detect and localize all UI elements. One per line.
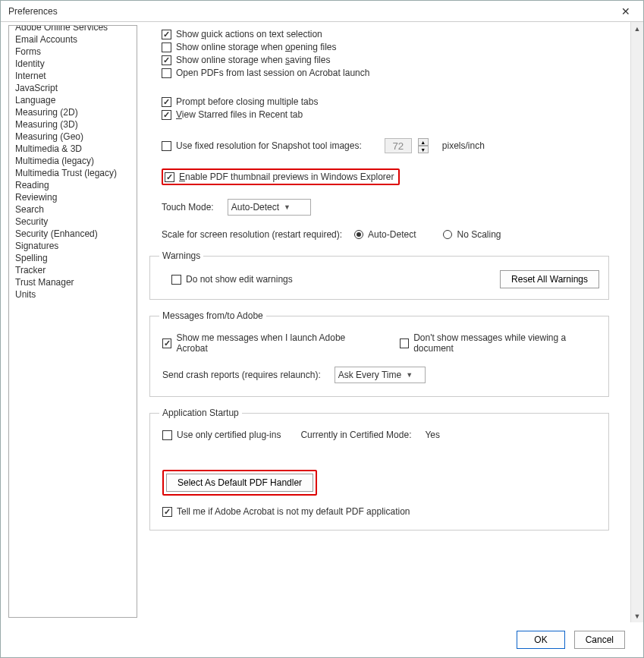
- scroll-down-icon[interactable]: ▼: [631, 609, 643, 622]
- storage-save-check[interactable]: [162, 55, 171, 65]
- show-launch-label[interactable]: Show me messages when I launch Adobe Acr…: [176, 332, 369, 354]
- tell-default-label[interactable]: Tell me if Adobe Acrobat is not my defau…: [177, 506, 410, 517]
- chevron-down-icon: ▼: [406, 371, 413, 379]
- sidebar-item[interactable]: Internet: [9, 70, 137, 82]
- storage-open-check[interactable]: [162, 43, 171, 52]
- crash-select[interactable]: Ask Every Time ▼: [335, 367, 426, 383]
- snapshot-unit: pixels/inch: [442, 140, 485, 151]
- touch-mode-label: Touch Mode:: [162, 202, 214, 213]
- cancel-button[interactable]: Cancel: [574, 631, 625, 649]
- certified-plugins-label[interactable]: Use only certified plug-ins: [177, 430, 281, 440]
- vertical-scrollbar[interactable]: ▲ ▼: [630, 22, 643, 622]
- sidebar-item[interactable]: Multimedia & 3D: [9, 143, 137, 155]
- category-sidebar[interactable]: Adobe Online ServicesEmail AccountsForms…: [8, 25, 137, 618]
- cert-mode-label: Currently in Certified Mode:: [300, 430, 411, 440]
- scale-auto-radio[interactable]: [354, 230, 363, 239]
- open-last-label[interactable]: Open PDFs from last session on Acrobat l…: [176, 68, 369, 78]
- sidebar-item[interactable]: Language: [9, 94, 137, 106]
- no-edit-warnings-label[interactable]: Do not show edit warnings: [186, 274, 293, 285]
- tell-default-check[interactable]: [162, 507, 172, 517]
- content-panel: Show quick actions on text selection Sho…: [142, 22, 630, 622]
- spinner-down-icon[interactable]: ▼: [418, 146, 429, 153]
- window-title: Preferences: [8, 6, 58, 17]
- prompt-close-label[interactable]: Prompt before closing multiple tabs: [176, 96, 318, 107]
- messages-legend: Messages from/to Adobe: [159, 310, 266, 321]
- snapshot-label[interactable]: Use fixed resolution for Snapshot tool i…: [176, 140, 362, 151]
- sidebar-item[interactable]: Forms: [9, 46, 137, 58]
- storage-open-label[interactable]: Show online storage when opening files: [176, 42, 337, 52]
- dialog-body: Adobe Online ServicesEmail AccountsForms…: [1, 22, 643, 622]
- sidebar-item[interactable]: Measuring (Geo): [9, 131, 137, 143]
- sidebar-item[interactable]: Security (Enhanced): [9, 228, 137, 240]
- ok-button[interactable]: OK: [517, 631, 564, 649]
- default-handler-highlight: Select As Default PDF Handler: [162, 470, 317, 496]
- sidebar-item[interactable]: Trust Manager: [9, 276, 137, 288]
- sidebar-item[interactable]: Security: [9, 216, 137, 228]
- scale-none-radio[interactable]: [443, 230, 452, 239]
- sidebar-item[interactable]: Spelling: [9, 252, 137, 264]
- scale-label: Scale for screen resolution (restart req…: [162, 229, 342, 240]
- sidebar-item[interactable]: Reading: [9, 179, 137, 191]
- prompt-close-check[interactable]: [162, 97, 171, 107]
- sidebar-item[interactable]: Measuring (2D): [9, 106, 137, 118]
- warnings-legend: Warnings: [159, 250, 203, 261]
- sidebar-item[interactable]: Measuring (3D): [9, 118, 137, 131]
- snapshot-check[interactable]: [162, 141, 171, 151]
- reset-warnings-button[interactable]: Reset All Warnings: [500, 270, 599, 288]
- show-launch-check[interactable]: [162, 338, 171, 348]
- dont-show-view-label[interactable]: Don't show messages while viewing a docu…: [413, 332, 599, 354]
- preferences-dialog: Preferences ✕ Adobe Online ServicesEmail…: [0, 0, 644, 658]
- snapshot-spinner[interactable]: ▲ ▼: [418, 138, 429, 153]
- storage-save-label[interactable]: Show online storage when saving files: [176, 55, 330, 65]
- messages-group: Messages from/to Adobe Show me messages …: [149, 310, 609, 397]
- sidebar-item[interactable]: Units: [9, 288, 137, 301]
- scale-auto-label[interactable]: Auto-Detect: [368, 229, 416, 240]
- no-edit-warnings-check[interactable]: [171, 275, 181, 285]
- dialog-footer: OK Cancel: [1, 622, 643, 657]
- scroll-up-icon[interactable]: ▲: [631, 22, 643, 35]
- titlebar: Preferences ✕: [1, 1, 643, 22]
- sidebar-item[interactable]: Reviewing: [9, 191, 137, 203]
- sidebar-item[interactable]: Multimedia Trust (legacy): [9, 167, 137, 179]
- default-handler-button[interactable]: Select As Default PDF Handler: [166, 474, 313, 492]
- thumbnail-preview-highlight: Enable PDF thumbnail previews in Windows…: [162, 168, 400, 185]
- thumbnail-preview-label[interactable]: Enable PDF thumbnail previews in Windows…: [179, 172, 394, 182]
- thumbnail-preview-check[interactable]: [165, 172, 174, 182]
- snapshot-value-input: [385, 138, 412, 153]
- crash-label: Send crash reports (requires relaunch):: [162, 370, 321, 380]
- sidebar-item[interactable]: Search: [9, 203, 137, 216]
- sidebar-item[interactable]: Multimedia (legacy): [9, 155, 137, 167]
- sidebar-item[interactable]: Identity: [9, 58, 137, 70]
- close-icon[interactable]: ✕: [614, 5, 637, 17]
- scale-none-label[interactable]: No Scaling: [457, 229, 501, 240]
- touch-mode-value: Auto-Detect: [231, 202, 279, 213]
- touch-mode-select[interactable]: Auto-Detect ▼: [228, 199, 311, 216]
- cert-mode-value: Yes: [425, 430, 440, 440]
- sidebar-item[interactable]: Adobe Online Services: [9, 25, 137, 33]
- scroll-track[interactable]: [631, 35, 643, 609]
- warnings-group: Warnings Do not show edit warnings Reset…: [149, 250, 609, 300]
- startup-group: Application Startup Use only certified p…: [149, 408, 609, 530]
- startup-legend: Application Startup: [159, 408, 242, 418]
- view-starred-check[interactable]: [162, 110, 171, 120]
- quick-actions-check[interactable]: [162, 30, 171, 39]
- content-wrap: Show quick actions on text selection Sho…: [142, 22, 643, 622]
- quick-actions-label[interactable]: Show quick actions on text selection: [176, 29, 322, 39]
- sidebar-item[interactable]: JavaScript: [9, 82, 137, 94]
- dont-show-view-check[interactable]: [400, 338, 409, 348]
- spinner-up-icon[interactable]: ▲: [418, 138, 429, 146]
- sidebar-item[interactable]: Tracker: [9, 264, 137, 276]
- crash-value: Ask Every Time: [338, 370, 401, 380]
- open-last-check[interactable]: [162, 68, 171, 78]
- certified-plugins-check[interactable]: [162, 430, 172, 440]
- view-starred-label[interactable]: View Starred files in Recent tab: [176, 109, 303, 120]
- chevron-down-icon: ▼: [284, 203, 291, 211]
- sidebar-item[interactable]: Email Accounts: [9, 33, 137, 46]
- sidebar-item[interactable]: Signatures: [9, 240, 137, 252]
